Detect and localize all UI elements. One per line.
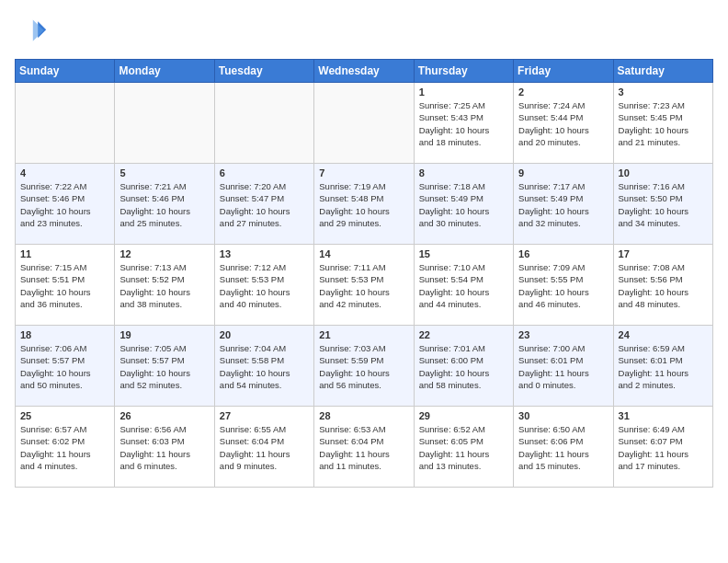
day-number: 16 [518,248,608,259]
day-number: 8 [419,167,508,178]
day-header-tuesday: Tuesday [214,60,313,83]
calendar-cell: 30Sunrise: 6:50 AMSunset: 6:06 PMDayligh… [514,407,613,488]
calendar-cell: 9Sunrise: 7:17 AMSunset: 5:49 PMDaylight… [514,164,613,245]
day-number: 14 [319,248,408,259]
calendar-cell: 16Sunrise: 7:09 AMSunset: 5:55 PMDayligh… [514,245,613,326]
day-number: 26 [119,410,209,421]
calendar-cell: 22Sunrise: 7:01 AMSunset: 6:00 PMDayligh… [414,326,513,407]
calendar-cell [16,83,115,164]
calendar-cell: 19Sunrise: 7:05 AMSunset: 5:57 PMDayligh… [115,326,214,407]
day-number: 7 [319,167,408,178]
calendar-cell: 20Sunrise: 7:04 AMSunset: 5:58 PMDayligh… [214,326,313,407]
day-info: Sunrise: 6:56 AMSunset: 6:03 PMDaylight:… [119,423,209,472]
calendar-cell: 26Sunrise: 6:56 AMSunset: 6:03 PMDayligh… [115,407,214,488]
day-number: 18 [20,329,109,340]
calendar-cell: 2Sunrise: 7:24 AMSunset: 5:44 PMDaylight… [514,83,613,164]
calendar-cell: 24Sunrise: 6:59 AMSunset: 6:01 PMDayligh… [613,326,712,407]
calendar-cell: 11Sunrise: 7:15 AMSunset: 5:51 PMDayligh… [16,245,115,326]
day-number: 1 [419,86,508,98]
day-header-thursday: Thursday [414,60,513,83]
day-header-wednesday: Wednesday [314,60,414,83]
day-info: Sunrise: 7:20 AMSunset: 5:47 PMDaylight:… [220,180,309,229]
day-info: Sunrise: 7:08 AMSunset: 5:56 PMDaylight:… [619,261,708,310]
day-info: Sunrise: 7:09 AMSunset: 5:55 PMDaylight:… [518,261,608,310]
week-row-2: 4Sunrise: 7:22 AMSunset: 5:46 PMDaylight… [16,164,713,245]
day-info: Sunrise: 7:24 AMSunset: 5:44 PMDaylight:… [518,99,608,148]
day-number: 17 [619,248,708,259]
day-number: 29 [419,410,508,421]
calendar-cell: 7Sunrise: 7:19 AMSunset: 5:48 PMDaylight… [314,164,414,245]
day-info: Sunrise: 7:10 AMSunset: 5:54 PMDaylight:… [419,261,508,310]
day-number: 19 [119,329,209,340]
day-info: Sunrise: 7:25 AMSunset: 5:43 PMDaylight:… [419,99,508,148]
day-info: Sunrise: 7:06 AMSunset: 5:57 PMDaylight:… [20,342,109,391]
day-number: 11 [20,248,109,259]
day-header-sunday: Sunday [16,60,115,83]
day-info: Sunrise: 6:53 AMSunset: 6:04 PMDaylight:… [319,423,408,472]
day-info: Sunrise: 7:13 AMSunset: 5:52 PMDaylight:… [119,261,209,310]
calendar-cell [115,83,214,164]
calendar-cell: 10Sunrise: 7:16 AMSunset: 5:50 PMDayligh… [613,164,712,245]
day-info: Sunrise: 7:03 AMSunset: 5:59 PMDaylight:… [319,342,408,391]
calendar-table: SundayMondayTuesdayWednesdayThursdayFrid… [15,59,713,488]
day-header-friday: Friday [514,60,613,83]
day-number: 10 [619,167,708,178]
day-number: 31 [619,410,708,421]
header-row: SundayMondayTuesdayWednesdayThursdayFrid… [16,60,713,83]
calendar-cell [314,83,414,164]
day-number: 3 [619,86,708,98]
calendar-cell: 17Sunrise: 7:08 AMSunset: 5:56 PMDayligh… [613,245,712,326]
day-number: 2 [518,86,608,98]
day-info: Sunrise: 7:18 AMSunset: 5:49 PMDaylight:… [419,180,508,229]
calendar-cell: 1Sunrise: 7:25 AMSunset: 5:43 PMDaylight… [414,83,513,164]
day-info: Sunrise: 7:11 AMSunset: 5:53 PMDaylight:… [319,261,408,310]
day-number: 6 [220,167,309,178]
day-number: 30 [518,410,608,421]
day-info: Sunrise: 7:23 AMSunset: 5:45 PMDaylight:… [619,99,708,148]
day-number: 4 [20,167,109,178]
calendar-cell: 12Sunrise: 7:13 AMSunset: 5:52 PMDayligh… [115,245,214,326]
calendar-cell: 6Sunrise: 7:20 AMSunset: 5:47 PMDaylight… [214,164,313,245]
week-row-5: 25Sunrise: 6:57 AMSunset: 6:02 PMDayligh… [16,407,713,488]
page-header [15,15,713,48]
day-info: Sunrise: 7:17 AMSunset: 5:49 PMDaylight:… [518,180,608,229]
day-info: Sunrise: 7:12 AMSunset: 5:53 PMDaylight:… [220,261,309,310]
day-number: 5 [119,167,209,178]
calendar-cell: 3Sunrise: 7:23 AMSunset: 5:45 PMDaylight… [613,83,712,164]
calendar-cell: 29Sunrise: 6:52 AMSunset: 6:05 PMDayligh… [414,407,513,488]
logo-icon [15,15,48,48]
logo [15,15,51,48]
day-info: Sunrise: 7:05 AMSunset: 5:57 PMDaylight:… [119,342,209,391]
calendar-cell: 23Sunrise: 7:00 AMSunset: 6:01 PMDayligh… [514,326,613,407]
calendar-cell: 25Sunrise: 6:57 AMSunset: 6:02 PMDayligh… [16,407,115,488]
day-info: Sunrise: 7:04 AMSunset: 5:58 PMDaylight:… [220,342,309,391]
day-info: Sunrise: 7:15 AMSunset: 5:51 PMDaylight:… [20,261,109,310]
week-row-4: 18Sunrise: 7:06 AMSunset: 5:57 PMDayligh… [16,326,713,407]
calendar-cell: 21Sunrise: 7:03 AMSunset: 5:59 PMDayligh… [314,326,414,407]
day-number: 9 [518,167,608,178]
day-info: Sunrise: 6:49 AMSunset: 6:07 PMDaylight:… [619,423,708,472]
day-info: Sunrise: 7:16 AMSunset: 5:50 PMDaylight:… [619,180,708,229]
calendar-cell [214,83,313,164]
day-info: Sunrise: 7:19 AMSunset: 5:48 PMDaylight:… [319,180,408,229]
calendar-cell: 14Sunrise: 7:11 AMSunset: 5:53 PMDayligh… [314,245,414,326]
calendar-cell: 4Sunrise: 7:22 AMSunset: 5:46 PMDaylight… [16,164,115,245]
day-number: 25 [20,410,109,421]
calendar-cell: 27Sunrise: 6:55 AMSunset: 6:04 PMDayligh… [214,407,313,488]
calendar-cell: 18Sunrise: 7:06 AMSunset: 5:57 PMDayligh… [16,326,115,407]
week-row-3: 11Sunrise: 7:15 AMSunset: 5:51 PMDayligh… [16,245,713,326]
day-number: 12 [119,248,209,259]
day-number: 23 [518,329,608,340]
calendar-cell: 13Sunrise: 7:12 AMSunset: 5:53 PMDayligh… [214,245,313,326]
day-info: Sunrise: 6:55 AMSunset: 6:04 PMDaylight:… [220,423,309,472]
day-number: 13 [220,248,309,259]
day-header-saturday: Saturday [613,60,712,83]
day-info: Sunrise: 7:00 AMSunset: 6:01 PMDaylight:… [518,342,608,391]
day-number: 22 [419,329,508,340]
day-number: 20 [220,329,309,340]
calendar-cell: 31Sunrise: 6:49 AMSunset: 6:07 PMDayligh… [613,407,712,488]
day-info: Sunrise: 6:52 AMSunset: 6:05 PMDaylight:… [419,423,508,472]
day-info: Sunrise: 7:21 AMSunset: 5:46 PMDaylight:… [119,180,209,229]
calendar-cell: 5Sunrise: 7:21 AMSunset: 5:46 PMDaylight… [115,164,214,245]
day-info: Sunrise: 6:50 AMSunset: 6:06 PMDaylight:… [518,423,608,472]
